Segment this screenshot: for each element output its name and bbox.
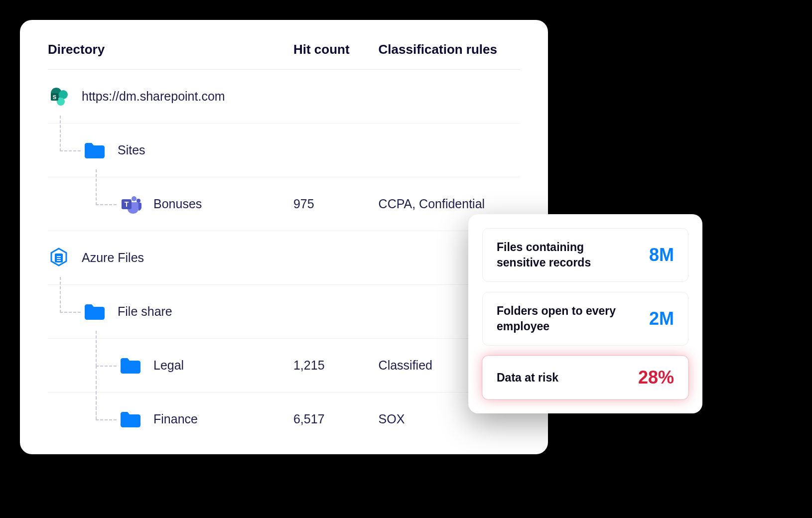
directory-label: Bonuses bbox=[153, 197, 202, 211]
stat-value: 2M bbox=[649, 308, 674, 329]
sharepoint-icon bbox=[48, 86, 70, 108]
folder-icon bbox=[120, 408, 141, 430]
directory-table: Directory Hit count Classification rules… bbox=[48, 42, 520, 446]
table-row[interactable]: Legal1,215Classified bbox=[48, 339, 520, 392]
stat-label: Folders open to every employee bbox=[497, 303, 626, 334]
stat-label: Files containing sensitive records bbox=[497, 240, 626, 270]
stat-value: 28% bbox=[638, 367, 674, 388]
hit-count-value bbox=[293, 231, 379, 285]
risk-stats-card: Files containing sensitive records8MFold… bbox=[468, 214, 702, 413]
folder-icon bbox=[84, 301, 106, 323]
col-directory: Directory bbox=[48, 42, 293, 70]
table-row[interactable]: Finance6,517SOX bbox=[48, 392, 520, 446]
directory-label: Azure Files bbox=[82, 251, 144, 265]
hit-count-value: 1,215 bbox=[293, 339, 379, 392]
col-hit-count: Hit count bbox=[293, 42, 379, 70]
hit-count-value bbox=[293, 70, 379, 124]
folder-icon bbox=[84, 139, 106, 161]
folder-icon bbox=[120, 355, 141, 377]
classification-value bbox=[379, 70, 520, 124]
table-row[interactable]: Bonuses975CCPA, Confidential bbox=[48, 177, 520, 231]
directory-label: File share bbox=[118, 304, 172, 319]
directory-label: Finance bbox=[153, 412, 198, 426]
hit-count-value bbox=[293, 124, 379, 177]
directory-label: https://dm.sharepoint.com bbox=[82, 89, 225, 104]
stat-value: 8M bbox=[649, 245, 674, 265]
col-classification: Classification rules bbox=[379, 42, 520, 70]
stat-label: Data at risk bbox=[497, 370, 558, 386]
stat-row: Files containing sensitive records8M bbox=[482, 228, 688, 282]
directory-label: Sites bbox=[118, 143, 145, 157]
table-row[interactable]: File share bbox=[48, 285, 520, 339]
table-row[interactable]: Azure Files bbox=[48, 231, 520, 285]
hit-count-value: 975 bbox=[293, 177, 379, 231]
table-row[interactable]: Sites bbox=[48, 124, 520, 177]
azure-files-icon bbox=[48, 247, 70, 269]
directory-label: Legal bbox=[153, 358, 184, 373]
classification-value bbox=[379, 124, 520, 177]
hit-count-value: 6,517 bbox=[293, 392, 379, 446]
teams-icon bbox=[120, 193, 141, 215]
hit-count-value bbox=[293, 285, 379, 339]
stat-row-risk: Data at risk28% bbox=[482, 356, 688, 399]
table-row[interactable]: https://dm.sharepoint.com bbox=[48, 70, 520, 124]
stat-row: Folders open to every employee2M bbox=[482, 292, 688, 346]
